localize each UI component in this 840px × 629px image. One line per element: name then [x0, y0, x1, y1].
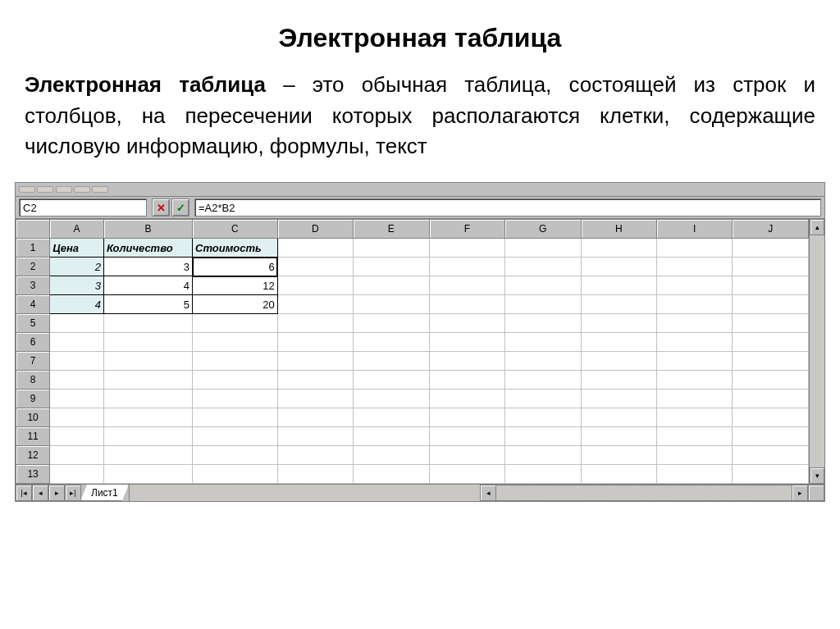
col-header-E[interactable]: E [354, 220, 429, 239]
cell-A1[interactable]: Цена [50, 239, 104, 258]
cell-D3[interactable] [277, 276, 353, 295]
spreadsheet-grid[interactable]: A B C D E F G H I J 1 Цена Количество Ст… [16, 219, 809, 484]
grid-area: A B C D E F G H I J 1 Цена Количество Ст… [16, 219, 824, 484]
cell-F4[interactable] [429, 295, 504, 314]
formula-input[interactable]: =A2*B2 [194, 198, 821, 217]
cell-A2[interactable]: 2 [50, 258, 104, 276]
col-header-I[interactable]: I [656, 220, 732, 239]
scroll-up-icon[interactable]: ▴ [810, 219, 824, 235]
formula-bar: C2 ✕ ✓ =A2*B2 [16, 197, 824, 219]
cell-J2[interactable] [733, 258, 809, 276]
scroll-right-icon[interactable]: ▸ [792, 485, 808, 501]
scroll-corner [808, 485, 824, 501]
cell-C4[interactable]: 20 [193, 295, 278, 314]
row-header-4[interactable]: 4 [16, 295, 50, 314]
row-header-12[interactable]: 12 [16, 446, 50, 465]
cell-H2[interactable] [581, 258, 656, 276]
cell-G3[interactable] [505, 276, 581, 295]
accept-button[interactable]: ✓ [171, 198, 189, 217]
cell-J1[interactable] [733, 239, 809, 258]
col-header-G[interactable]: G [505, 220, 581, 239]
vertical-scrollbar[interactable]: ▴ ▾ [809, 219, 824, 484]
col-header-D[interactable]: D [277, 220, 353, 239]
scroll-left-icon[interactable]: ◂ [480, 485, 496, 501]
sheet-nav: |◂ ◂ ▸ ▸| [16, 485, 81, 501]
cell-D4[interactable] [277, 295, 353, 314]
tab-track [129, 485, 480, 501]
col-header-J[interactable]: J [733, 220, 809, 239]
row-header-8[interactable]: 8 [16, 371, 50, 390]
cell-C2[interactable]: 6 [193, 258, 278, 276]
cell-H4[interactable] [581, 295, 656, 314]
cell-F1[interactable] [429, 239, 504, 258]
cell-C3[interactable]: 12 [193, 276, 278, 295]
col-header-C[interactable]: C [193, 220, 278, 239]
cell-B1[interactable]: Количество [103, 239, 192, 258]
cell-I2[interactable] [656, 258, 732, 276]
col-header-B[interactable]: B [103, 220, 192, 239]
row-header-13[interactable]: 13 [16, 465, 50, 484]
row-header-11[interactable]: 11 [16, 427, 50, 446]
row-header-2[interactable]: 2 [16, 258, 50, 276]
cell-I1[interactable] [656, 239, 732, 258]
description-bold: Электронная таблица [25, 72, 266, 97]
cell-E2[interactable] [354, 258, 429, 276]
toolbar [16, 183, 824, 197]
cancel-button[interactable]: ✕ [152, 198, 170, 217]
row-header-6[interactable]: 6 [16, 333, 50, 352]
hscroll-track[interactable] [496, 485, 792, 501]
cell-G2[interactable] [505, 258, 581, 276]
select-all-corner[interactable] [16, 220, 50, 239]
cell-A3[interactable]: 3 [50, 276, 104, 295]
row-header-5[interactable]: 5 [16, 314, 50, 333]
cell-A4[interactable]: 4 [50, 295, 104, 314]
cell-E1[interactable] [354, 239, 429, 258]
scroll-down-icon[interactable]: ▾ [810, 467, 824, 484]
vscroll-track[interactable] [810, 235, 824, 467]
cell-J4[interactable] [733, 295, 809, 314]
row-header-3[interactable]: 3 [16, 276, 50, 295]
cell-F2[interactable] [429, 258, 504, 276]
horizontal-scrollbar[interactable]: ◂ ▸ [480, 485, 824, 501]
cell-G4[interactable] [505, 295, 581, 314]
row-header-10[interactable]: 10 [16, 408, 50, 427]
cell-B3[interactable]: 4 [103, 276, 192, 295]
cell-I4[interactable] [656, 295, 732, 314]
cell-J3[interactable] [733, 276, 809, 295]
nav-next-button[interactable]: ▸ [48, 485, 65, 501]
cell-H3[interactable] [581, 276, 656, 295]
name-box[interactable]: C2 [19, 198, 147, 217]
row-header-9[interactable]: 9 [16, 390, 50, 408]
col-header-A[interactable]: A [50, 220, 104, 239]
nav-prev-button[interactable]: ◂ [32, 485, 48, 501]
cell-H1[interactable] [581, 239, 656, 258]
cell-D2[interactable] [277, 258, 353, 276]
cell-C1[interactable]: Стоимость [193, 239, 278, 258]
cell-G1[interactable] [505, 239, 581, 258]
cell-F3[interactable] [429, 276, 504, 295]
nav-first-button[interactable]: |◂ [16, 485, 32, 501]
bottom-bar: |◂ ◂ ▸ ▸| Лист1 ◂ ▸ [16, 484, 824, 501]
cell-E3[interactable] [354, 276, 429, 295]
cell-E4[interactable] [354, 295, 429, 314]
row-header-1[interactable]: 1 [16, 239, 50, 258]
cell-B4[interactable]: 5 [103, 295, 192, 314]
description-text: Электронная таблица – это обычная таблиц… [25, 70, 815, 162]
col-header-F[interactable]: F [429, 220, 504, 239]
page-title: Электронная таблица [0, 23, 840, 53]
col-header-H[interactable]: H [581, 220, 656, 239]
cell-D1[interactable] [277, 239, 353, 258]
cell-B2[interactable]: 3 [103, 258, 192, 276]
nav-last-button[interactable]: ▸| [65, 485, 81, 501]
spreadsheet-window: C2 ✕ ✓ =A2*B2 A B C D E F G H I J [15, 182, 825, 502]
sheet-tab[interactable]: Лист1 [80, 485, 129, 501]
cell-I3[interactable] [656, 276, 732, 295]
row-header-7[interactable]: 7 [16, 352, 50, 371]
